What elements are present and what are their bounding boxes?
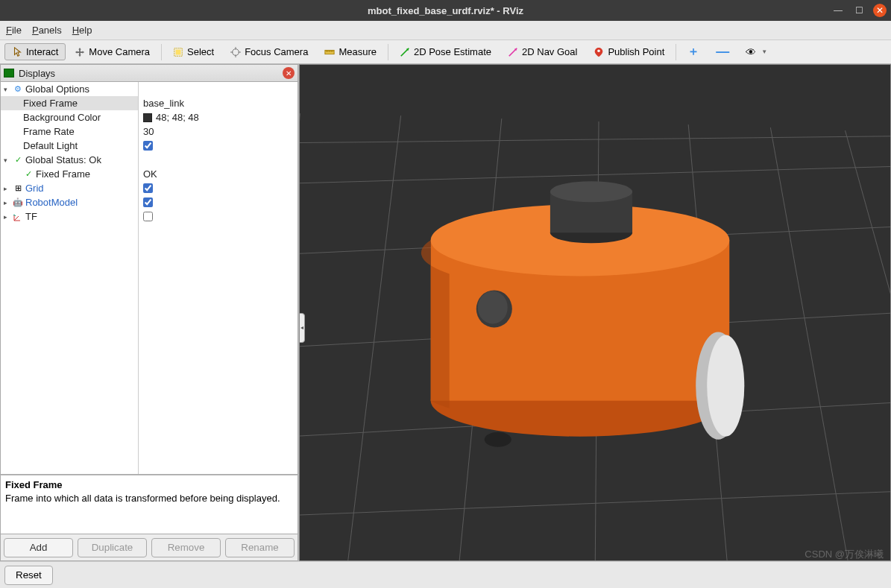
views-button[interactable]: 👁▼	[738, 43, 775, 61]
value-robot-model-visible[interactable]	[139, 195, 297, 209]
rename-button[interactable]: Rename	[225, 538, 295, 557]
svg-point-29	[707, 335, 744, 437]
value-frame-rate[interactable]: 30	[139, 124, 297, 139]
close-button[interactable]: ✕	[873, 4, 887, 17]
toolbar: Interact Move Camera Select Focus Camera…	[0, 40, 891, 64]
window-controls: — ☐ ✕	[831, 4, 887, 17]
tree-item-default-light[interactable]: Default Light	[1, 139, 138, 153]
tree-item-global-status[interactable]: ▾✓ Global Status: Ok	[1, 153, 138, 167]
svg-point-25	[550, 181, 632, 202]
value-spacer	[139, 82, 297, 96]
panel-close-button[interactable]: ✕	[283, 67, 295, 79]
tf-icon	[13, 212, 23, 221]
default-light-checkbox	[143, 141, 153, 151]
remove-button[interactable]: Remove	[151, 538, 221, 557]
move-camera-icon	[75, 47, 85, 57]
displays-panel: Displays ✕ ▾⚙ Global Options Fixed Frame…	[0, 64, 299, 561]
publish-point-label: Publish Point	[608, 46, 664, 57]
svg-point-19	[485, 432, 511, 447]
tree-item-tf[interactable]: ▸ TF	[1, 209, 138, 224]
nav-goal-button[interactable]: 2D Nav Goal	[500, 43, 585, 60]
nav-goal-label: 2D Nav Goal	[522, 46, 577, 57]
panel-button-row: Add Duplicate Remove Rename	[0, 534, 298, 561]
tree-item-grid[interactable]: ▸⊞ Grid	[1, 181, 138, 195]
description-box: Fixed Frame Frame into which all data is…	[0, 475, 298, 534]
select-button[interactable]: Select	[166, 43, 221, 60]
window-titlebar: mbot_fixed_base_urdf.rviz* - RViz — ☐ ✕	[0, 0, 891, 21]
3d-viewport[interactable]: ◂	[299, 64, 891, 561]
tree-item-status-fixed-frame[interactable]: ✓ Fixed Frame	[1, 167, 138, 181]
add-button[interactable]: Add	[4, 538, 73, 557]
menu-bar: File Panels Help	[0, 21, 891, 40]
main-area: Displays ✕ ▾⚙ Global Options Fixed Frame…	[0, 64, 891, 561]
svg-point-2	[233, 48, 239, 55]
panel-header[interactable]: Displays ✕	[0, 64, 298, 82]
menu-panels[interactable]: Panels	[32, 25, 62, 36]
value-fixed-frame[interactable]: base_link	[139, 96, 297, 110]
robot-model-checkbox	[143, 197, 153, 207]
description-title: Fixed Frame	[5, 479, 63, 490]
value-background-color[interactable]: 48; 48; 48	[139, 110, 297, 124]
toolbar-separator	[676, 44, 676, 60]
tf-checkbox	[143, 212, 153, 221]
displays-icon	[4, 69, 14, 78]
select-icon	[173, 47, 183, 57]
measure-label: Measure	[339, 46, 377, 57]
grid-checkbox	[143, 183, 153, 193]
color-swatch	[143, 113, 152, 122]
tree-item-fixed-frame[interactable]: Fixed Frame	[1, 96, 138, 110]
tree-item-frame-rate[interactable]: Frame Rate	[1, 124, 138, 139]
window-title: mbot_fixed_base_urdf.rviz* - RViz	[368, 5, 523, 16]
value-default-light[interactable]	[139, 139, 297, 153]
panel-title: Displays	[19, 68, 278, 79]
publish-point-button[interactable]: Publish Point	[586, 43, 672, 60]
gear-icon: ⚙	[13, 84, 23, 94]
tree-item-robot-model[interactable]: ▸🤖 RobotModel	[1, 195, 138, 209]
robot-icon: 🤖	[13, 197, 23, 207]
tree-item-global-options[interactable]: ▾⚙ Global Options	[1, 82, 138, 96]
displays-tree[interactable]: ▾⚙ Global Options Fixed Frame Background…	[0, 82, 298, 475]
svg-point-4	[598, 49, 601, 52]
reset-button[interactable]: Reset	[4, 566, 53, 585]
interact-icon	[12, 47, 22, 57]
description-text: Frame into which all data is transformed…	[5, 493, 280, 504]
move-camera-button[interactable]: Move Camera	[67, 43, 157, 60]
focus-camera-button[interactable]: Focus Camera	[223, 43, 315, 60]
check-icon: ✓	[13, 155, 23, 165]
svg-point-27	[478, 291, 508, 323]
nav-goal-icon	[508, 47, 518, 57]
dropdown-icon: ▼	[761, 48, 767, 55]
select-label: Select	[187, 46, 214, 57]
pose-estimate-button[interactable]: 2D Pose Estimate	[392, 43, 499, 60]
tree-values-column: base_link 48; 48; 48 30 OK	[139, 82, 297, 474]
maximize-button[interactable]: ☐	[852, 4, 866, 17]
plus-icon: ＋	[687, 44, 699, 60]
pose-estimate-icon	[400, 47, 410, 57]
duplicate-button[interactable]: Duplicate	[78, 538, 147, 557]
menu-file[interactable]: File	[6, 25, 22, 36]
focus-camera-icon	[230, 47, 241, 57]
interact-label: Interact	[26, 46, 58, 57]
check-icon: ✓	[23, 169, 34, 179]
bottom-bar: Reset	[0, 561, 891, 588]
value-spacer	[139, 153, 297, 167]
toolbar-separator	[388, 44, 388, 60]
remove-tool-button[interactable]: —	[708, 41, 737, 63]
tree-names-column: ▾⚙ Global Options Fixed Frame Background…	[1, 82, 139, 474]
measure-button[interactable]: Measure	[317, 43, 384, 60]
splitter-handle[interactable]: ◂	[299, 313, 305, 343]
value-grid-visible[interactable]	[139, 181, 297, 195]
eye-icon: 👁	[746, 46, 756, 58]
tree-item-background-color[interactable]: Background Color	[1, 110, 138, 124]
move-camera-label: Move Camera	[89, 46, 150, 57]
toolbar-separator	[161, 44, 162, 60]
menu-help[interactable]: Help	[72, 25, 92, 36]
value-status-fixed-frame: OK	[139, 167, 297, 181]
minimize-button[interactable]: —	[831, 4, 845, 17]
grid-icon: ⊞	[13, 183, 23, 193]
value-tf-visible[interactable]	[139, 209, 297, 224]
add-tool-button[interactable]: ＋	[680, 41, 707, 63]
measure-icon	[324, 47, 335, 57]
publish-point-icon	[594, 47, 604, 57]
interact-button[interactable]: Interact	[4, 43, 66, 60]
